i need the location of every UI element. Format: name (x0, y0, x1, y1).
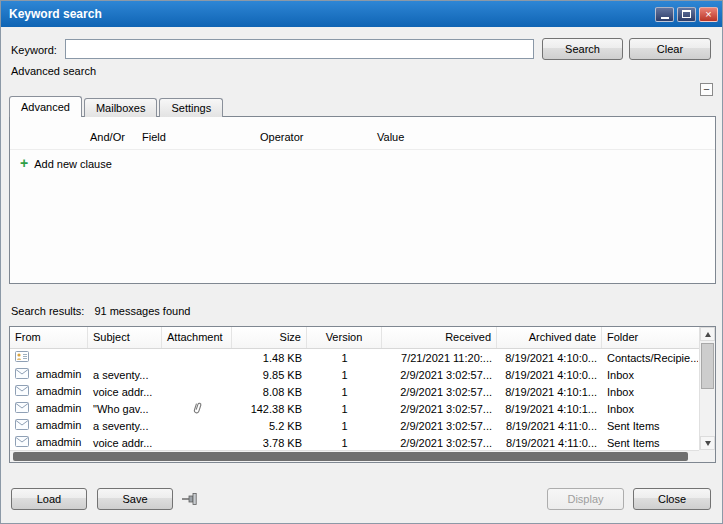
titlebar[interactable]: Keyword search × (1, 1, 722, 27)
vertical-scrollbar[interactable] (699, 327, 715, 450)
arrow-up-icon (705, 332, 711, 337)
clause-header-field: Field (142, 131, 166, 143)
search-button[interactable]: Search (542, 38, 623, 60)
from-cell: amadmin (10, 385, 88, 399)
column-header-received[interactable]: Received (382, 327, 497, 348)
folder-value: Contacts/Recipie... (602, 352, 698, 364)
version-value: 1 (307, 437, 382, 449)
from-value: amadmin (36, 436, 81, 448)
column-header-archived-date[interactable]: Archived date (497, 327, 602, 348)
table-row[interactable]: amadmin voice addr... 8.08 KB 1 2/9/2021… (10, 383, 699, 400)
table-row[interactable]: amadmin a seventy... 9.85 KB 1 2/9/2021 … (10, 366, 699, 383)
collapse-toggle[interactable]: − (700, 83, 713, 96)
keyword-label: Keyword: (11, 44, 57, 56)
table-row[interactable]: 1.48 KB 1 7/21/2021 11:20:... 8/19/2021 … (10, 349, 699, 366)
received-value: 2/9/2021 3:02:57... (382, 420, 497, 432)
close-icon: × (705, 9, 711, 20)
folder-value: Sent Items (602, 420, 698, 432)
from-value: amadmin (36, 402, 81, 414)
save-button[interactable]: Save (97, 488, 173, 510)
subject-value: a seventy... (88, 369, 162, 381)
maximize-icon (682, 10, 691, 18)
column-header-folder[interactable]: Folder (602, 327, 698, 348)
scrollbar-corner (699, 450, 715, 462)
received-value: 2/9/2021 3:02:57... (382, 369, 497, 381)
from-cell: amadmin (10, 368, 88, 382)
folder-value: Inbox (602, 386, 698, 398)
from-cell: amadmin (10, 419, 88, 433)
plus-icon: + (20, 155, 28, 171)
envelope-icon (15, 419, 29, 432)
version-value: 1 (307, 369, 382, 381)
add-new-clause-link[interactable]: +Add new clause (20, 155, 112, 171)
scroll-up-button[interactable] (700, 327, 715, 341)
advanced-tab-panel: And/Or Field Operator Value +Add new cla… (9, 116, 716, 284)
results-count: 91 messages found (94, 305, 190, 317)
minimize-button[interactable] (655, 7, 674, 22)
archived-date-value: 8/19/2021 4:10:1... (497, 386, 602, 398)
column-header-from[interactable]: From (10, 327, 88, 348)
keyword-input[interactable] (65, 39, 534, 59)
archived-date-value: 8/19/2021 4:10:1... (497, 403, 602, 415)
envelope-icon (15, 402, 29, 415)
folder-value: Sent Items (602, 437, 698, 449)
tab-strip: Advanced Mailboxes Settings (9, 96, 225, 117)
vertical-scroll-thumb[interactable] (701, 343, 714, 389)
table-row[interactable]: amadmin voice addr... 3.78 KB 1 2/9/2021… (10, 434, 699, 450)
envelope-icon (15, 436, 29, 449)
clause-header-andor: And/Or (90, 131, 125, 143)
scroll-down-button[interactable] (700, 436, 715, 450)
close-window-button[interactable]: × (699, 7, 718, 22)
from-value: amadmin (36, 419, 81, 431)
advanced-search-link[interactable]: Advanced search (11, 65, 96, 77)
load-button[interactable]: Load (11, 488, 87, 510)
archived-date-value: 8/19/2021 4:10:0... (497, 352, 602, 364)
subject-value: voice addr... (88, 386, 162, 398)
archived-date-value: 8/19/2021 4:10:0... (497, 369, 602, 381)
attachment-cell (162, 401, 232, 417)
column-header-size[interactable]: Size (232, 327, 307, 348)
pin-icon (181, 491, 201, 507)
tab-settings[interactable]: Settings (159, 98, 223, 117)
arrow-down-icon (705, 441, 711, 446)
close-button[interactable]: Close (633, 488, 711, 510)
display-button[interactable]: Display (547, 488, 624, 510)
from-value: amadmin (36, 368, 81, 380)
size-value: 1.48 KB (232, 352, 307, 364)
results-table-body: 1.48 KB 1 7/21/2021 11:20:... 8/19/2021 … (10, 349, 699, 450)
column-header-attachment[interactable]: Attachment (162, 327, 232, 348)
version-value: 1 (307, 420, 382, 432)
size-value: 8.08 KB (232, 386, 307, 398)
from-cell (10, 351, 88, 365)
table-row[interactable]: amadmin a seventy... 5.2 KB 1 2/9/2021 3… (10, 417, 699, 434)
size-value: 142.38 KB (232, 403, 307, 415)
maximize-button[interactable] (677, 7, 696, 22)
column-header-subject[interactable]: Subject (88, 327, 162, 348)
archived-date-value: 8/19/2021 4:11:0... (497, 420, 602, 432)
add-new-clause-label: Add new clause (34, 158, 112, 170)
horizontal-scrollbar[interactable] (10, 450, 699, 462)
version-value: 1 (307, 352, 382, 364)
column-header-version[interactable]: Version (307, 327, 382, 348)
version-value: 1 (307, 403, 382, 415)
version-value: 1 (307, 386, 382, 398)
tab-mailboxes[interactable]: Mailboxes (84, 98, 158, 117)
paperclip-icon (192, 401, 203, 417)
clause-header-operator: Operator (260, 131, 303, 143)
envelope-icon (15, 368, 29, 381)
from-cell: amadmin (10, 402, 88, 416)
clause-header-value: Value (377, 131, 404, 143)
subject-value: a seventy... (88, 420, 162, 432)
results-table-header: From Subject Attachment Size Version Rec… (10, 327, 699, 349)
received-value: 2/9/2021 3:02:57... (382, 386, 497, 398)
clear-button[interactable]: Clear (629, 38, 711, 60)
pin-button[interactable] (181, 491, 201, 507)
horizontal-scroll-thumb[interactable] (13, 452, 688, 461)
size-value: 9.85 KB (232, 369, 307, 381)
table-row[interactable]: amadmin "Who gav... 142.38 KB 1 2/9/2021… (10, 400, 699, 417)
received-value: 2/9/2021 3:02:57... (382, 437, 497, 449)
minimize-icon (661, 17, 669, 19)
keyword-search-window: Keyword search × Keyword: Search Clear A… (0, 0, 723, 524)
from-value: amadmin (36, 385, 81, 397)
tab-advanced[interactable]: Advanced (9, 96, 82, 117)
